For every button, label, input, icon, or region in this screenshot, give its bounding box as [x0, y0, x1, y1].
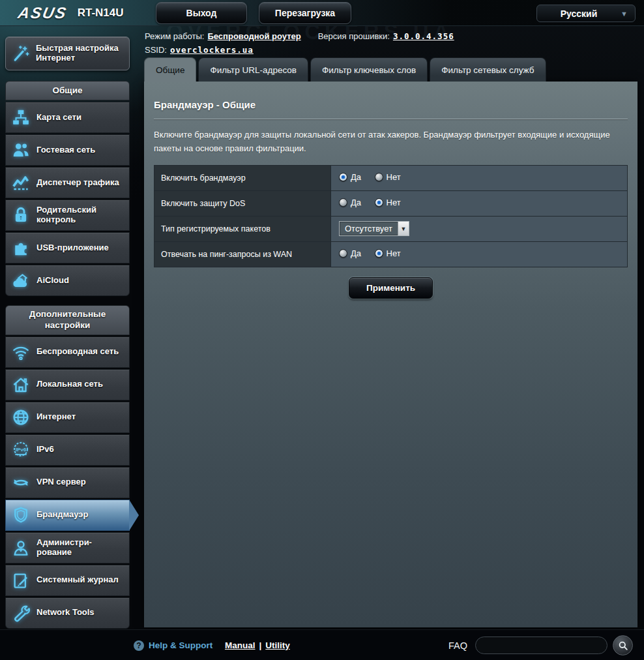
sidebar-item-label: Брандмауэр: [37, 510, 120, 520]
firewall-tabs: Общие Фильтр URL-адресов Фильтр ключевых…: [144, 57, 546, 82]
dos-protection-no[interactable]: Нет: [375, 198, 401, 207]
faq-label: FAQ: [448, 630, 467, 660]
mode-label: Режим работы:: [145, 31, 204, 41]
top-bar: ASUS RT-N14U Выход Перезагрузка Русский …: [0, 0, 644, 26]
ipv6-icon: IPv6: [11, 440, 31, 460]
sidebar-item-vpn-server[interactable]: VPN сервер: [5, 467, 130, 498]
language-dropdown[interactable]: Русский ▼: [536, 5, 636, 22]
sidebar-item-administration[interactable]: Администри-рование: [5, 532, 130, 563]
table-row: Отвечать на пинг-запросы из WAN Да Нет: [154, 241, 628, 267]
search-button[interactable]: [613, 635, 633, 655]
traffic-manager-icon: [11, 173, 31, 192]
sidebar-item-network-tools[interactable]: Network Tools: [5, 597, 130, 629]
tab-network-services-filter[interactable]: Фильтр сетевых служб: [430, 57, 546, 82]
sidebar-section-advanced: Дополнительные настройки Беспроводная се…: [5, 305, 130, 629]
sidebar-item-lan[interactable]: Локальная сеть: [5, 369, 130, 400]
row-label: Включить защиту DoS: [154, 190, 331, 216]
separator: |: [259, 640, 262, 650]
wan-globe-icon: [11, 408, 31, 427]
tab-url-filter[interactable]: Фильтр URL-адресов: [198, 57, 308, 82]
sidebar-item-label: Системный журнал: [37, 575, 120, 585]
utility-link[interactable]: Utility: [265, 640, 290, 650]
router-model: RT-N14U: [78, 7, 124, 20]
sidebar-item-ipv6[interactable]: IPv6 IPv6: [5, 434, 130, 466]
table-row: Включить брандмауэр Да Нет: [154, 165, 628, 190]
ssid-link[interactable]: overclockers.ua: [170, 45, 254, 55]
reboot-button[interactable]: Перезагрузка: [259, 2, 351, 24]
row-label: Включить брандмауэр: [154, 165, 331, 190]
dos-protection-yes[interactable]: Да: [339, 198, 361, 207]
sidebar-item-label: Родительский контроль: [37, 205, 120, 225]
mode-link[interactable]: Беспроводной роутер: [207, 31, 300, 41]
enable-firewall-yes[interactable]: Да: [339, 172, 361, 182]
sidebar-item-label: Карта сети: [37, 113, 120, 123]
radio-icon[interactable]: [375, 249, 383, 258]
wan-ping-no[interactable]: Нет: [375, 248, 401, 258]
usb-app-icon: [11, 238, 31, 258]
sidebar-item-quick-setup[interactable]: Быстрая настройка Интернет: [5, 37, 130, 70]
tab-keyword-filter[interactable]: Фильтр ключевых слов: [310, 57, 428, 82]
sidebar-item-parental-control[interactable]: Родительский контроль: [5, 200, 130, 231]
apply-button[interactable]: Применить: [349, 277, 433, 299]
ssid-label: SSID:: [145, 45, 167, 55]
chevron-down-icon: ▼: [398, 222, 409, 235]
sidebar-item-label: Быстрая настройка Интернет: [36, 44, 119, 63]
help-support-link[interactable]: Help & Support: [149, 640, 212, 650]
firmware-link[interactable]: 3.0.0.4.356: [393, 31, 454, 41]
sidebar-item-guest-network[interactable]: Гостевая сеть: [5, 134, 130, 166]
faq-search-input[interactable]: [475, 637, 607, 654]
radio-icon[interactable]: [375, 173, 383, 181]
network-map-icon: [11, 108, 31, 127]
sidebar-item-wan[interactable]: Интернет: [5, 402, 130, 433]
svg-text:IPv6: IPv6: [16, 447, 27, 453]
content-panel: Брандмауэр - Общие Включите брандмауэр д…: [144, 82, 637, 627]
sidebar-item-aicloud[interactable]: AiCloud: [5, 265, 130, 296]
section-title: Дополнительные настройки: [5, 305, 130, 335]
sidebar-item-label: Интернет: [37, 412, 120, 422]
radio-icon[interactable]: [339, 198, 347, 207]
sidebar-item-label: AiCloud: [37, 276, 120, 286]
system-log-icon: [11, 571, 31, 590]
sidebar-item-label: Локальная сеть: [37, 380, 120, 389]
logged-packets-type-select[interactable]: Отсутствует ▼: [339, 221, 409, 236]
logout-button[interactable]: Выход: [156, 2, 247, 24]
sidebar-item-label: Администри-рование: [37, 538, 120, 558]
guest-network-icon: [11, 140, 31, 160]
sidebar-item-label: Диспетчер трафика: [37, 178, 120, 188]
chevron-down-icon: ▼: [621, 10, 635, 18]
sidebar-item-label: USB-приложение: [37, 243, 120, 253]
wireless-icon: [11, 342, 31, 362]
sidebar-item-traffic-manager[interactable]: Диспетчер трафика: [5, 167, 130, 198]
tab-general[interactable]: Общие: [144, 57, 196, 82]
firmware-label: Версия прошивки:: [318, 31, 390, 41]
sidebar-item-system-log[interactable]: Системный журнал: [5, 565, 130, 596]
wan-ping-yes[interactable]: Да: [339, 248, 361, 258]
page-description: Включите брандмауэр для защиты локальной…: [154, 128, 620, 156]
administration-icon: [11, 538, 31, 558]
language-value: Русский: [537, 8, 621, 19]
radio-icon[interactable]: [339, 249, 347, 258]
sidebar-item-firewall[interactable]: Брандмауэр: [5, 500, 130, 531]
enable-firewall-no[interactable]: Нет: [375, 172, 401, 182]
sidebar-item-label: Гостевая сеть: [37, 145, 120, 155]
sidebar-item-wireless[interactable]: Беспроводная сеть: [5, 337, 130, 368]
table-row: Тип регистрируемых пакетов Отсутствует ▼: [154, 216, 628, 241]
sidebar-item-network-map[interactable]: Карта сети: [5, 102, 130, 133]
radio-icon[interactable]: [339, 173, 347, 181]
sidebar-item-usb-application[interactable]: USB-приложение: [5, 232, 130, 263]
sidebar-item-label: VPN сервер: [37, 477, 120, 487]
logo-area: ASUS RT-N14U: [18, 0, 124, 26]
help-icon[interactable]: ?: [134, 640, 144, 651]
lan-icon: [11, 375, 31, 395]
select-value: Отсутствует: [340, 222, 398, 235]
manual-link[interactable]: Manual: [225, 640, 256, 650]
sidebar: Быстрая настройка Интернет Общие Карта с…: [5, 37, 130, 638]
asus-logo: ASUS: [16, 4, 69, 22]
router-admin-page: ASUS RT-N14U Выход Перезагрузка Русский …: [0, 0, 644, 660]
page-title: Брандмауэр - Общие: [154, 99, 628, 110]
network-tools-icon: [11, 603, 31, 623]
sidebar-item-label: Беспроводная сеть: [37, 347, 120, 357]
magic-wand-icon: [11, 44, 31, 63]
radio-icon[interactable]: [375, 198, 383, 207]
sidebar-item-label: IPv6: [37, 445, 120, 455]
